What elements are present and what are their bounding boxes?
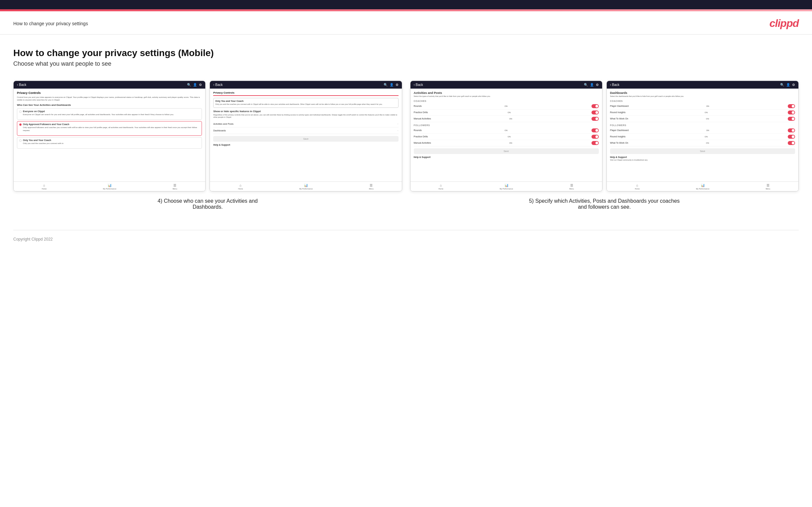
coaches-drills-toggle[interactable] xyxy=(592,111,599,114)
screen1-nav-perf[interactable]: 📊 My Performance xyxy=(103,183,116,190)
screen1-back[interactable]: ‹ Back xyxy=(17,83,26,87)
followers-round-insights-toggle[interactable] xyxy=(788,135,795,139)
left-group: ‹ Back 🔍 👤 ⚙ Privacy Controls Control ho… xyxy=(13,80,402,210)
screen2-icons: 🔍 👤 ⚙ xyxy=(384,83,399,87)
menu-label4: Menu xyxy=(765,188,770,190)
screen2-nav-menu[interactable]: ☰ Menu xyxy=(369,183,373,190)
coaches-rounds-toggle[interactable] xyxy=(592,104,599,108)
coaches-drills-on: ON xyxy=(508,111,511,113)
coaches-round-insights-on: ON xyxy=(705,111,708,113)
screen2-nav-top: ‹ Back 🔍 👤 ⚙ xyxy=(210,81,402,89)
home-label4: Home xyxy=(635,188,640,190)
dashboards-label: Dashboards xyxy=(213,129,226,132)
settings-icon4[interactable]: ⚙ xyxy=(792,83,795,87)
followers-player-toggle[interactable] xyxy=(788,128,795,132)
chevron-right-1: › xyxy=(398,122,399,125)
screen4-save-btn[interactable]: Save xyxy=(610,148,795,154)
followers-manual-toggle[interactable] xyxy=(592,141,599,145)
radio-approved[interactable] xyxy=(19,123,21,126)
coaches-player-toggle[interactable] xyxy=(788,104,795,108)
search-icon2[interactable]: 🔍 xyxy=(384,83,388,87)
radio-everyone[interactable] xyxy=(19,111,21,113)
screen3-nav-home[interactable]: ⌂ Home xyxy=(439,183,443,190)
option-everyone[interactable]: Everyone on Clippd Everyone on Clippd ca… xyxy=(17,108,202,120)
coaches-manual-toggle[interactable] xyxy=(592,117,599,121)
footer: Copyright Clippd 2022 xyxy=(0,230,812,248)
followers-rounds-on: ON xyxy=(504,129,507,131)
screen2-back[interactable]: ‹ Back xyxy=(213,83,222,87)
menu-activities[interactable]: Activities and Posts › xyxy=(213,121,398,127)
screen4-back[interactable]: ‹ Back xyxy=(610,83,619,87)
screen1-body-text: Control how you and your data appears to… xyxy=(17,96,202,102)
right-group: ‹ Back 🔍 👤 ⚙ Activities and Posts Select… xyxy=(410,80,799,210)
option-coach-only-desc: Only you and the coaches you connect wit… xyxy=(23,142,63,145)
search-icon3[interactable]: 🔍 xyxy=(584,83,588,87)
people-icon4[interactable]: 👤 xyxy=(786,83,790,87)
followers-work-on-toggle[interactable] xyxy=(788,141,795,145)
screen2-nav-perf[interactable]: 📊 My Performance xyxy=(299,183,312,190)
menu-dashboards[interactable]: Dashboards › xyxy=(213,127,398,134)
screen2-nav-home[interactable]: ⌂ Home xyxy=(238,183,243,190)
people-icon3[interactable]: 👤 xyxy=(590,83,594,87)
option-everyone-title: Everyone on Clippd xyxy=(23,110,174,112)
screen3-bottom-nav: ⌂ Home 📊 My Performance ☰ Menu xyxy=(410,181,602,191)
home-icon2: ⌂ xyxy=(240,183,242,187)
coaches-round-insights-toggle[interactable] xyxy=(788,111,795,114)
screen3-nav-menu[interactable]: ☰ Menu xyxy=(569,183,574,190)
screen2-frame: ‹ Back 🔍 👤 ⚙ Privacy Controls Only You a… xyxy=(210,80,402,191)
followers-work-on-row: What To Work On ON xyxy=(610,140,795,146)
screen4-subtitle: Select the dashboards that you'd like to… xyxy=(610,95,795,98)
header-title: How to change your privacy settings xyxy=(13,21,88,26)
option-approved[interactable]: Only Approved Followers and Your Coach O… xyxy=(17,121,202,136)
radio-coach-only[interactable] xyxy=(19,139,21,142)
screen3-back[interactable]: ‹ Back xyxy=(414,83,423,87)
option-approved-desc: Only approved followers and coaches you … xyxy=(23,126,200,132)
settings-icon2[interactable]: ⚙ xyxy=(396,83,399,87)
option-approved-title: Only Approved Followers and Your Coach xyxy=(23,123,200,125)
coaches-drills-label: Practice Drills xyxy=(414,111,428,113)
followers-player-dash-label: Player Dashboard xyxy=(610,129,629,131)
coaches-work-on-toggle[interactable] xyxy=(788,117,795,121)
screen3-help: Help & Support xyxy=(414,156,599,158)
page-title: How to change your privacy settings (Mob… xyxy=(13,48,799,58)
override-title: Show or hide specific features in Clippd xyxy=(213,110,398,113)
people-icon[interactable]: 👤 xyxy=(193,83,197,87)
followers-player-dash-row: Player Dashboard ON xyxy=(610,127,795,134)
followers-manual-on: ON xyxy=(509,142,512,144)
screen4-nav-perf[interactable]: 📊 My Performance xyxy=(696,183,709,190)
coaches-player-on: ON xyxy=(706,105,709,107)
followers-drills-on: ON xyxy=(508,136,511,138)
people-icon2[interactable]: 👤 xyxy=(390,83,394,87)
screen4-nav-menu[interactable]: ☰ Menu xyxy=(765,183,770,190)
home-icon: ⌂ xyxy=(43,183,45,187)
settings-icon[interactable]: ⚙ xyxy=(199,83,202,87)
followers-rounds-toggle[interactable] xyxy=(592,128,599,132)
screen1-nav-top: ‹ Back 🔍 👤 ⚙ xyxy=(14,81,205,89)
followers-drills-toggle[interactable] xyxy=(592,135,599,139)
coaches-work-on-label: What To Work On xyxy=(610,117,628,120)
coaches-manual-on: ON xyxy=(509,118,512,120)
chart-icon: 📊 xyxy=(108,183,112,187)
search-icon4[interactable]: 🔍 xyxy=(780,83,784,87)
coaches-round-insights-label: Round Insights xyxy=(610,111,626,113)
coaches-player-dash-label: Player Dashboard xyxy=(610,105,629,107)
screen2-save-btn[interactable]: Save xyxy=(213,136,398,142)
chart-icon4: 📊 xyxy=(701,183,705,187)
coaches-label-4: COACHES xyxy=(610,100,795,102)
screen1-nav-home[interactable]: ⌂ Home xyxy=(42,183,47,190)
menu-label2: Menu xyxy=(369,188,373,190)
option-everyone-desc: Everyone on Clippd can search for you an… xyxy=(23,113,174,116)
screen1-nav-menu[interactable]: ☰ Menu xyxy=(173,183,177,190)
screen2-bottom-nav: ⌂ Home 📊 My Performance ☰ Menu xyxy=(210,181,402,191)
screen4-nav-home[interactable]: ⌂ Home xyxy=(635,183,640,190)
screen4-nav-top: ‹ Back 🔍 👤 ⚙ xyxy=(607,81,798,89)
screen3-save-btn[interactable]: Save xyxy=(414,148,599,154)
search-icon[interactable]: 🔍 xyxy=(187,83,191,87)
home-icon3: ⌂ xyxy=(440,183,442,187)
screen3-nav-perf[interactable]: 📊 My Performance xyxy=(500,183,513,190)
settings-icon3[interactable]: ⚙ xyxy=(596,83,599,87)
followers-round-insights-row: Round Insights ON xyxy=(610,134,795,140)
coaches-player-dash-row: Player Dashboard ON xyxy=(610,103,795,110)
screenshots-grid: ‹ Back 🔍 👤 ⚙ Privacy Controls Control ho… xyxy=(13,80,799,210)
option-coach-only[interactable]: Only You and Your Coach Only you and the… xyxy=(17,137,202,149)
